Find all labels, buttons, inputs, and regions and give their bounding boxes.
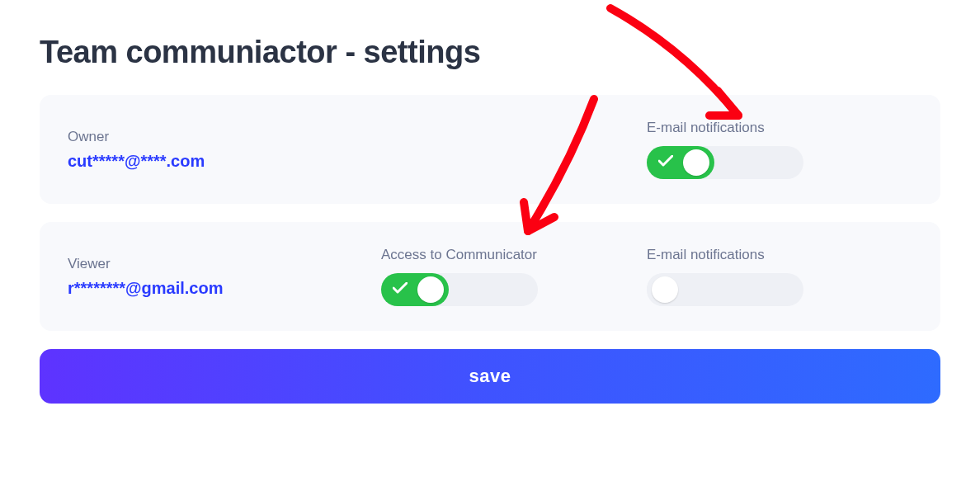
member-info: Owner cut*****@****.com — [68, 129, 381, 171]
email-notifications-label: E-mail notifications — [647, 247, 765, 263]
member-email[interactable]: cut*****@****.com — [68, 152, 381, 171]
email-col: E-mail notifications — [647, 120, 912, 179]
member-info: Viewer r********@gmail.com — [68, 256, 381, 298]
toggle-knob — [417, 276, 444, 303]
member-email[interactable]: r********@gmail.com — [68, 279, 381, 298]
email-notifications-label: E-mail notifications — [647, 120, 765, 136]
access-col: Access to Communicator — [381, 247, 647, 306]
member-toggles: E-mail notifications — [381, 120, 912, 179]
toggle-knob — [652, 276, 678, 303]
member-cards: Owner cut*****@****.com E-mail notificat… — [0, 70, 980, 331]
email-notifications-toggle[interactable] — [647, 146, 714, 179]
member-card-owner: Owner cut*****@****.com E-mail notificat… — [40, 95, 940, 204]
check-icon — [658, 155, 673, 170]
toggle-track — [647, 146, 803, 179]
toggle-track — [647, 273, 803, 306]
role-label: Owner — [68, 129, 381, 145]
save-button[interactable]: save — [40, 349, 940, 404]
page-title: Team communiactor - settings — [0, 0, 980, 70]
email-notifications-toggle[interactable] — [647, 273, 714, 306]
toggle-track — [381, 273, 538, 306]
member-card-viewer: Viewer r********@gmail.com Access to Com… — [40, 222, 940, 331]
email-col: E-mail notifications — [647, 247, 912, 306]
check-icon — [393, 282, 408, 297]
role-label: Viewer — [68, 256, 381, 272]
access-col-empty — [381, 120, 647, 179]
toggle-knob — [683, 149, 709, 176]
member-toggles: Access to Communicator E-mail notificati… — [381, 247, 912, 306]
access-communicator-label: Access to Communicator — [381, 247, 537, 263]
access-communicator-toggle[interactable] — [381, 273, 449, 306]
